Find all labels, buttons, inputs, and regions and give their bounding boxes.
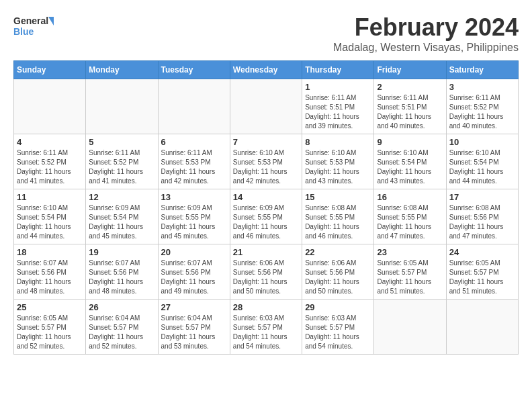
day-27: 27Sunrise: 6:04 AM Sunset: 5:57 PM Dayli… (158, 300, 230, 355)
day-10: 10Sunrise: 6:10 AM Sunset: 5:54 PM Dayli… (446, 134, 518, 189)
day-info-6: Sunrise: 6:11 AM Sunset: 5:53 PM Dayligh… (161, 148, 227, 186)
day-8: 8Sunrise: 6:10 AM Sunset: 5:53 PM Daylig… (302, 134, 374, 189)
day-number-28: 28 (233, 302, 299, 312)
day-number-3: 3 (449, 82, 515, 92)
day-info-20: Sunrise: 6:07 AM Sunset: 5:56 PM Dayligh… (161, 259, 227, 296)
day-21: 21Sunrise: 6:06 AM Sunset: 5:56 PM Dayli… (230, 244, 302, 300)
day-7: 7Sunrise: 6:10 AM Sunset: 5:53 PM Daylig… (230, 134, 302, 189)
empty-cell (86, 79, 158, 134)
day-number-24: 24 (449, 247, 515, 257)
day-info-4: Sunrise: 6:11 AM Sunset: 5:52 PM Dayligh… (17, 148, 83, 186)
empty-cell (374, 300, 446, 355)
title-block: February 2024 Madalag, Western Visayas, … (333, 13, 519, 54)
day-number-2: 2 (377, 82, 443, 92)
header-friday: Friday (374, 61, 446, 79)
day-4: 4Sunrise: 6:11 AM Sunset: 5:52 PM Daylig… (14, 134, 86, 189)
day-13: 13Sunrise: 6:09 AM Sunset: 5:55 PM Dayli… (158, 189, 230, 244)
calendar-header: SundayMondayTuesdayWednesdayThursdayFrid… (14, 61, 519, 79)
header-wednesday: Wednesday (230, 61, 302, 79)
day-number-22: 22 (305, 247, 371, 257)
day-info-10: Sunrise: 6:10 AM Sunset: 5:54 PM Dayligh… (449, 148, 515, 186)
day-info-16: Sunrise: 6:08 AM Sunset: 5:55 PM Dayligh… (377, 203, 443, 241)
day-info-13: Sunrise: 6:09 AM Sunset: 5:55 PM Dayligh… (161, 203, 227, 241)
day-16: 16Sunrise: 6:08 AM Sunset: 5:55 PM Dayli… (374, 189, 446, 244)
day-number-13: 13 (161, 192, 227, 202)
day-info-14: Sunrise: 6:09 AM Sunset: 5:55 PM Dayligh… (233, 203, 299, 241)
day-number-7: 7 (233, 137, 299, 147)
header-monday: Monday (86, 61, 158, 79)
week-row-4: 18Sunrise: 6:07 AM Sunset: 5:56 PM Dayli… (14, 244, 519, 300)
week-row-1: 1Sunrise: 6:11 AM Sunset: 5:51 PM Daylig… (14, 79, 519, 134)
day-number-12: 12 (89, 192, 154, 202)
day-info-15: Sunrise: 6:08 AM Sunset: 5:55 PM Dayligh… (305, 203, 371, 241)
day-22: 22Sunrise: 6:06 AM Sunset: 5:56 PM Dayli… (302, 244, 374, 300)
day-info-23: Sunrise: 6:05 AM Sunset: 5:57 PM Dayligh… (377, 259, 443, 296)
header-tuesday: Tuesday (158, 61, 230, 79)
day-9: 9Sunrise: 6:10 AM Sunset: 5:54 PM Daylig… (374, 134, 446, 189)
day-info-28: Sunrise: 6:03 AM Sunset: 5:57 PM Dayligh… (233, 314, 299, 351)
day-2: 2Sunrise: 6:11 AM Sunset: 5:51 PM Daylig… (374, 79, 446, 134)
day-info-8: Sunrise: 6:10 AM Sunset: 5:53 PM Dayligh… (305, 148, 371, 186)
day-info-21: Sunrise: 6:06 AM Sunset: 5:56 PM Dayligh… (233, 259, 299, 296)
empty-cell (230, 79, 302, 134)
day-1: 1Sunrise: 6:11 AM Sunset: 5:51 PM Daylig… (302, 79, 374, 134)
day-3: 3Sunrise: 6:11 AM Sunset: 5:52 PM Daylig… (446, 79, 518, 134)
empty-cell (446, 300, 518, 355)
day-number-8: 8 (305, 137, 371, 147)
day-5: 5Sunrise: 6:11 AM Sunset: 5:52 PM Daylig… (86, 134, 158, 189)
svg-text:Blue: Blue (13, 26, 34, 37)
day-11: 11Sunrise: 6:10 AM Sunset: 5:54 PM Dayli… (14, 189, 86, 244)
day-info-18: Sunrise: 6:07 AM Sunset: 5:56 PM Dayligh… (17, 259, 83, 296)
day-28: 28Sunrise: 6:03 AM Sunset: 5:57 PM Dayli… (230, 300, 302, 355)
day-number-18: 18 (17, 247, 83, 257)
day-14: 14Sunrise: 6:09 AM Sunset: 5:55 PM Dayli… (230, 189, 302, 244)
day-20: 20Sunrise: 6:07 AM Sunset: 5:56 PM Dayli… (158, 244, 230, 300)
day-number-27: 27 (161, 302, 227, 312)
day-info-17: Sunrise: 6:08 AM Sunset: 5:56 PM Dayligh… (449, 203, 515, 241)
day-number-11: 11 (17, 192, 83, 202)
day-number-26: 26 (89, 302, 154, 312)
day-info-11: Sunrise: 6:10 AM Sunset: 5:54 PM Dayligh… (17, 203, 83, 241)
day-info-25: Sunrise: 6:05 AM Sunset: 5:57 PM Dayligh… (17, 314, 83, 351)
day-info-12: Sunrise: 6:09 AM Sunset: 5:54 PM Dayligh… (89, 203, 154, 241)
day-number-23: 23 (377, 247, 443, 257)
header-sunday: Sunday (14, 61, 86, 79)
day-number-21: 21 (233, 247, 299, 257)
day-info-5: Sunrise: 6:11 AM Sunset: 5:52 PM Dayligh… (89, 148, 154, 186)
day-info-1: Sunrise: 6:11 AM Sunset: 5:51 PM Dayligh… (305, 93, 371, 131)
day-number-15: 15 (305, 192, 371, 202)
main-title: February 2024 (333, 13, 519, 42)
day-number-16: 16 (377, 192, 443, 202)
day-number-20: 20 (161, 247, 227, 257)
day-23: 23Sunrise: 6:05 AM Sunset: 5:57 PM Dayli… (374, 244, 446, 300)
calendar-table: SundayMondayTuesdayWednesdayThursdayFrid… (13, 60, 519, 355)
day-info-2: Sunrise: 6:11 AM Sunset: 5:51 PM Dayligh… (377, 93, 443, 131)
logo: General Blue (13, 13, 54, 40)
day-15: 15Sunrise: 6:08 AM Sunset: 5:55 PM Dayli… (302, 189, 374, 244)
day-number-9: 9 (377, 137, 443, 147)
day-info-29: Sunrise: 6:03 AM Sunset: 5:57 PM Dayligh… (305, 314, 371, 351)
day-info-3: Sunrise: 6:11 AM Sunset: 5:52 PM Dayligh… (449, 93, 515, 131)
header-thursday: Thursday (302, 61, 374, 79)
empty-cell (158, 79, 230, 134)
subtitle: Madalag, Western Visayas, Philippines (333, 42, 519, 54)
day-info-9: Sunrise: 6:10 AM Sunset: 5:54 PM Dayligh… (377, 148, 443, 186)
day-number-29: 29 (305, 302, 371, 312)
day-number-1: 1 (305, 82, 371, 92)
day-17: 17Sunrise: 6:08 AM Sunset: 5:56 PM Dayli… (446, 189, 518, 244)
header: General Blue February 2024 Madalag, West… (13, 13, 519, 54)
svg-text:General: General (13, 15, 48, 26)
day-18: 18Sunrise: 6:07 AM Sunset: 5:56 PM Dayli… (14, 244, 86, 300)
day-25: 25Sunrise: 6:05 AM Sunset: 5:57 PM Dayli… (14, 300, 86, 355)
day-number-17: 17 (449, 192, 515, 202)
day-24: 24Sunrise: 6:05 AM Sunset: 5:57 PM Dayli… (446, 244, 518, 300)
day-info-24: Sunrise: 6:05 AM Sunset: 5:57 PM Dayligh… (449, 259, 515, 296)
header-row: SundayMondayTuesdayWednesdayThursdayFrid… (14, 61, 519, 79)
day-number-6: 6 (161, 137, 227, 147)
day-number-10: 10 (449, 137, 515, 147)
day-number-14: 14 (233, 192, 299, 202)
day-26: 26Sunrise: 6:04 AM Sunset: 5:57 PM Dayli… (86, 300, 158, 355)
day-number-25: 25 (17, 302, 83, 312)
day-number-5: 5 (89, 137, 154, 147)
day-number-19: 19 (89, 247, 154, 257)
